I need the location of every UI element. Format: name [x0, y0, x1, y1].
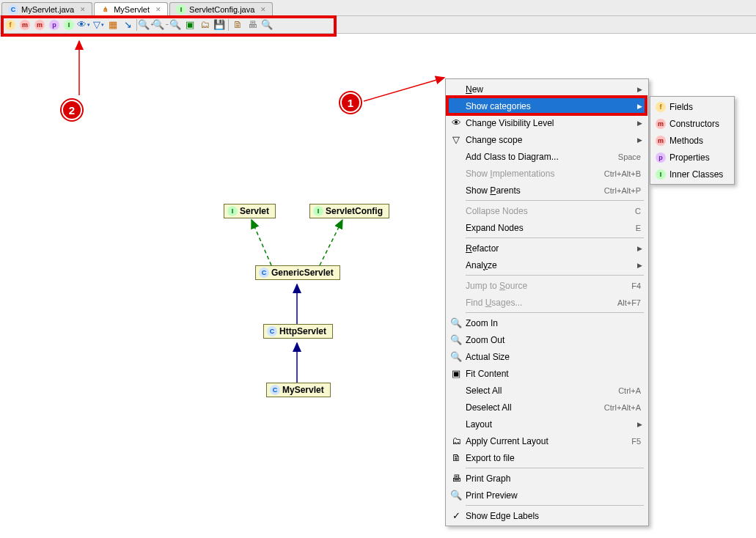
menu-item-icon: 🔍	[449, 490, 463, 501]
file-type-icon: C	[8, 4, 18, 15]
menu-item-icon: ✓	[449, 510, 463, 521]
file-type-icon: ⋔	[100, 4, 111, 15]
menu-item[interactable]: Expand NodesE	[447, 219, 647, 236]
menu-item-shortcut: Ctrl+A	[618, 386, 641, 395]
menu-item[interactable]: Add Class to Diagram...Space	[447, 148, 647, 165]
menu-item-shortcut: C	[635, 207, 641, 215]
submenu-item-label: Inner Classes	[669, 169, 723, 180]
menu-item[interactable]: New▶	[447, 81, 647, 97]
submenu-item[interactable]: mMethods	[652, 132, 733, 149]
menu-item-icon: 🖶	[449, 473, 463, 484]
scope-icon[interactable]: ▽▾	[91, 18, 106, 32]
menu-item[interactable]: Show categories▶	[447, 97, 647, 114]
actual-size-icon[interactable]: 🔍	[168, 18, 183, 32]
menu-separator	[466, 275, 644, 276]
methods-icon[interactable]: m	[32, 18, 47, 32]
tab-label: MyServlet.java	[21, 5, 74, 14]
uml-class-genericservlet[interactable]: C GenericServlet	[255, 265, 340, 280]
menu-item[interactable]: ✓Show Edge Labels	[447, 507, 647, 524]
menu-item: Find Usages...Alt+F7	[447, 294, 647, 311]
submenu-item[interactable]: IInner Classes	[652, 166, 733, 183]
constructors-icon[interactable]: m	[18, 18, 32, 32]
uml-class-httpservlet[interactable]: C HttpServlet	[263, 324, 333, 339]
editor-tab[interactable]: CMyServlet.java✕	[1, 2, 92, 15]
menu-item[interactable]: Show ParentsCtrl+Alt+P	[447, 182, 647, 199]
zoom-out-icon[interactable]: 🔍−	[153, 18, 168, 32]
show-categories-submenu: fFieldsmConstructorsmMethodspPropertiesI…	[650, 96, 735, 185]
submenu-item[interactable]: pProperties	[652, 149, 733, 166]
uml-class-myservlet[interactable]: C MyServlet	[266, 383, 331, 397]
menu-item-icon: 🔍	[449, 334, 463, 345]
submenu-arrow-icon: ▶	[637, 262, 642, 269]
menu-item-label: Show Edge Labels	[466, 511, 641, 521]
menu-item[interactable]: Analyze▶	[447, 257, 647, 273]
menu-item-label: Layout	[466, 419, 641, 430]
menu-item[interactable]: Refactor▶	[447, 240, 647, 257]
menu-item[interactable]: Layout▶	[447, 416, 647, 432]
tab-label: ServletConfig.java	[189, 5, 254, 14]
submenu-arrow-icon: ▶	[637, 245, 642, 252]
menu-item[interactable]: ▣Fit Content	[447, 365, 647, 382]
apply-layout-icon[interactable]: 🗂	[197, 18, 212, 32]
inner-classes-icon[interactable]: I	[62, 18, 76, 32]
close-icon[interactable]: ✕	[260, 6, 266, 13]
print-preview-icon[interactable]: 🔍	[260, 18, 274, 32]
menu-item[interactable]: 🗂Apply Current LayoutF5	[447, 432, 647, 449]
toolbar-separator	[136, 19, 137, 31]
export-icon[interactable]: 🗎	[230, 18, 245, 32]
edge-labels-icon[interactable]: ↘	[120, 18, 135, 32]
close-icon[interactable]: ✕	[155, 6, 161, 13]
submenu-arrow-icon: ▶	[637, 421, 642, 428]
menu-item-label: Apply Current Layout	[466, 436, 631, 446]
menu-separator	[466, 505, 644, 506]
menu-item[interactable]: 🖶Print Graph	[447, 470, 647, 487]
menu-item-shortcut: F5	[631, 437, 641, 446]
submenu-item[interactable]: mConstructors	[652, 115, 733, 132]
menu-item-label: Actual Size	[466, 352, 641, 362]
menu-item[interactable]: 🔍Actual Size	[447, 348, 647, 365]
menu-item-label: Print Preview	[466, 490, 641, 501]
fit-content-icon[interactable]: ▣	[183, 18, 197, 32]
menu-item-shortcut: F4	[631, 281, 641, 290]
menu-item-label: Show Parents	[466, 185, 604, 196]
menu-item[interactable]: 🔍Zoom Out	[447, 331, 647, 348]
menu-item-label: Export to file	[466, 453, 641, 463]
submenu-item-icon: p	[654, 152, 667, 163]
save-icon[interactable]: 💾	[212, 18, 227, 32]
annotation-marker-2: 2	[62, 100, 82, 120]
uml-class-servlet[interactable]: I Servlet	[224, 204, 276, 218]
menu-item[interactable]: Select AllCtrl+A	[447, 382, 647, 399]
interface-icon: I	[313, 206, 323, 216]
submenu-item[interactable]: fFields	[652, 98, 733, 115]
menu-item-label: Print Graph	[466, 473, 641, 484]
zoom-in-icon[interactable]: 🔍+	[139, 18, 153, 32]
print-icon[interactable]: 🖶	[245, 18, 260, 32]
dependencies-icon[interactable]: ▦	[106, 18, 120, 32]
menu-item-shortcut: Space	[618, 152, 641, 161]
visibility-icon[interactable]: 👁▾	[76, 18, 91, 32]
menu-item[interactable]: 🗎Export to file	[447, 449, 647, 466]
menu-item[interactable]: 🔍Print Preview	[447, 487, 647, 504]
properties-icon[interactable]: p	[47, 18, 62, 32]
uml-class-servletconfig[interactable]: I ServletConfig	[309, 204, 389, 218]
submenu-arrow-icon: ▶	[637, 136, 642, 144]
class-icon: C	[259, 268, 269, 278]
menu-item-icon: 🗂	[449, 435, 463, 446]
submenu-item-icon: I	[654, 169, 667, 180]
close-icon[interactable]: ✕	[80, 6, 86, 13]
menu-item-label: Show Implementations	[466, 169, 604, 179]
menu-item: Show ImplementationsCtrl+Alt+B	[447, 165, 647, 182]
menu-item[interactable]: 👁Change Visibility Level▶	[447, 114, 647, 131]
editor-tab[interactable]: ⋔MyServlet✕	[94, 2, 168, 15]
menu-item-label: Analyze	[466, 260, 641, 270]
menu-item[interactable]: ▽Change scope▶	[447, 131, 647, 148]
menu-item[interactable]: Deselect AllCtrl+Alt+A	[447, 399, 647, 416]
uml-class-label: HttpServlet	[279, 326, 326, 336]
menu-item: Jump to SourceF4	[447, 277, 647, 294]
context-menu: New▶Show categories▶👁Change Visibility L…	[445, 78, 649, 526]
fields-icon[interactable]: f	[3, 18, 18, 32]
menu-item-label: Fit Content	[466, 369, 641, 379]
editor-tab[interactable]: IServletConfig.java✕	[169, 2, 273, 15]
menu-item[interactable]: 🔍Zoom In	[447, 314, 647, 331]
submenu-arrow-icon: ▶	[637, 103, 642, 110]
